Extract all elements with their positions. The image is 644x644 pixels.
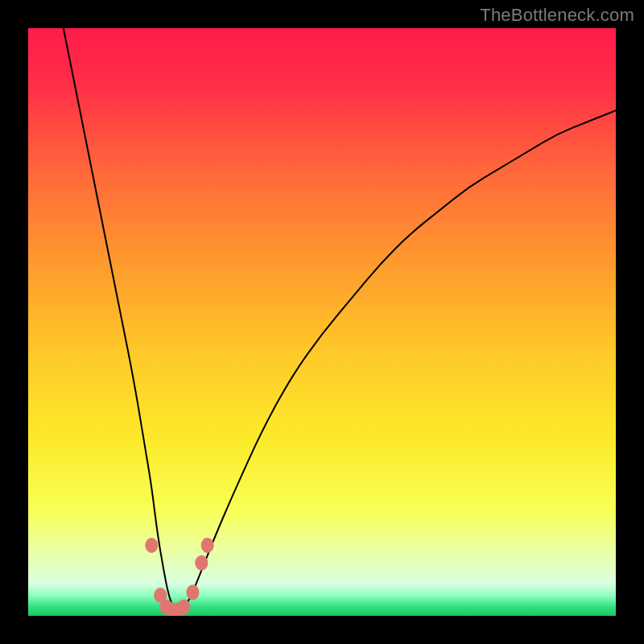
data-marker	[145, 538, 158, 553]
chart-frame: TheBottleneck.com	[0, 0, 644, 644]
data-marker	[201, 538, 214, 553]
curve-layer	[28, 28, 616, 616]
bottleneck-curve	[64, 28, 616, 610]
markers-group	[145, 538, 213, 616]
watermark-label: TheBottleneck.com	[480, 5, 634, 26]
data-marker	[186, 584, 199, 600]
data-marker	[195, 555, 208, 571]
data-marker	[177, 600, 190, 615]
plot-area	[28, 28, 616, 616]
